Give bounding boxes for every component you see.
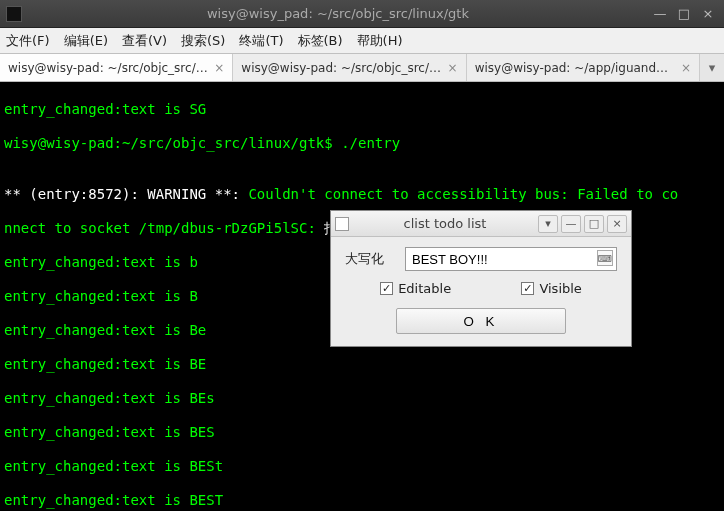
terminal-line-warning: ** (entry:8572): WARNING **: Couldn't co… <box>4 186 720 203</box>
window-title: wisy@wisy_pad: ~/src/objc_src/linux/gtk <box>30 6 646 21</box>
menu-file[interactable]: 文件(F) <box>6 32 50 50</box>
terminal-line: entry_changed:text is SG <box>4 101 720 118</box>
entry-label: 大写化 <box>345 250 405 268</box>
terminal-tab[interactable]: wisy@wisy-pad: ~/app/iguandan-… × <box>467 54 700 81</box>
checkbox-label: Editable <box>398 281 451 296</box>
menu-tabs[interactable]: 标签(B) <box>298 32 343 50</box>
uppercase-entry[interactable] <box>405 247 617 271</box>
terminal-line: entry_changed:text is BEs <box>4 390 720 407</box>
dialog-app-icon <box>335 217 349 231</box>
dialog-title: clist todo list <box>355 216 535 231</box>
terminal-tab[interactable]: wisy@wisy-pad: ~/src/objc_src/lin… × <box>233 54 466 81</box>
dialog-close-button[interactable]: × <box>607 215 627 233</box>
checkbox-icon <box>521 282 534 295</box>
dialog-titlebar: clist todo list ▾ — □ × <box>331 211 631 237</box>
dialog-entry-row: 大写化 ⌨ <box>345 247 617 271</box>
terminal-app-icon <box>6 6 22 22</box>
tab-close-icon[interactable]: × <box>448 61 458 75</box>
window-titlebar: wisy@wisy_pad: ~/src/objc_src/linux/gtk … <box>0 0 724 28</box>
dialog-maximize-button[interactable]: □ <box>584 215 604 233</box>
tab-add-button[interactable]: ▾ <box>700 54 724 81</box>
menu-help[interactable]: 帮助(H) <box>357 32 403 50</box>
editable-checkbox[interactable]: Editable <box>380 281 451 296</box>
window-maximize-button[interactable]: □ <box>674 5 694 23</box>
menu-view[interactable]: 查看(V) <box>122 32 167 50</box>
menu-edit[interactable]: 编辑(E) <box>64 32 108 50</box>
terminal-line: entry_changed:text is BEST <box>4 492 720 509</box>
window-close-button[interactable]: × <box>698 5 718 23</box>
menu-search[interactable]: 搜索(S) <box>181 32 225 50</box>
dialog-minimize-button[interactable]: — <box>561 215 581 233</box>
menu-terminal[interactable]: 终端(T) <box>239 32 283 50</box>
input-method-icon[interactable]: ⌨ <box>597 250 613 266</box>
checkbox-label: Visible <box>539 281 581 296</box>
tab-label: wisy@wisy-pad: ~/app/iguandan-… <box>475 61 675 75</box>
ok-button[interactable]: O K <box>396 308 566 334</box>
dialog-body: 大写化 ⌨ Editable Visible O K <box>331 237 631 346</box>
terminal-line: entry_changed:text is BESt <box>4 458 720 475</box>
tab-label: wisy@wisy-pad: ~/src/objc_src/lin… <box>8 61 208 75</box>
tab-close-icon[interactable]: × <box>681 61 691 75</box>
dialog-checkbox-row: Editable Visible <box>345 281 617 296</box>
visible-checkbox[interactable]: Visible <box>521 281 581 296</box>
window-minimize-button[interactable]: — <box>650 5 670 23</box>
tab-close-icon[interactable]: × <box>214 61 224 75</box>
terminal-line: wisy@wisy-pad:~/src/objc_src/linux/gtk$ … <box>4 135 720 152</box>
dialog-menu-button[interactable]: ▾ <box>538 215 558 233</box>
menubar: 文件(F) 编辑(E) 查看(V) 搜索(S) 终端(T) 标签(B) 帮助(H… <box>0 28 724 54</box>
tab-bar: wisy@wisy-pad: ~/src/objc_src/lin… × wis… <box>0 54 724 82</box>
gtk-dialog: clist todo list ▾ — □ × 大写化 ⌨ Editable V… <box>330 210 632 347</box>
terminal-line: entry_changed:text is BE <box>4 356 720 373</box>
tab-label: wisy@wisy-pad: ~/src/objc_src/lin… <box>241 61 441 75</box>
terminal-line: entry_changed:text is BES <box>4 424 720 441</box>
checkbox-icon <box>380 282 393 295</box>
terminal-tab[interactable]: wisy@wisy-pad: ~/src/objc_src/lin… × <box>0 54 233 81</box>
